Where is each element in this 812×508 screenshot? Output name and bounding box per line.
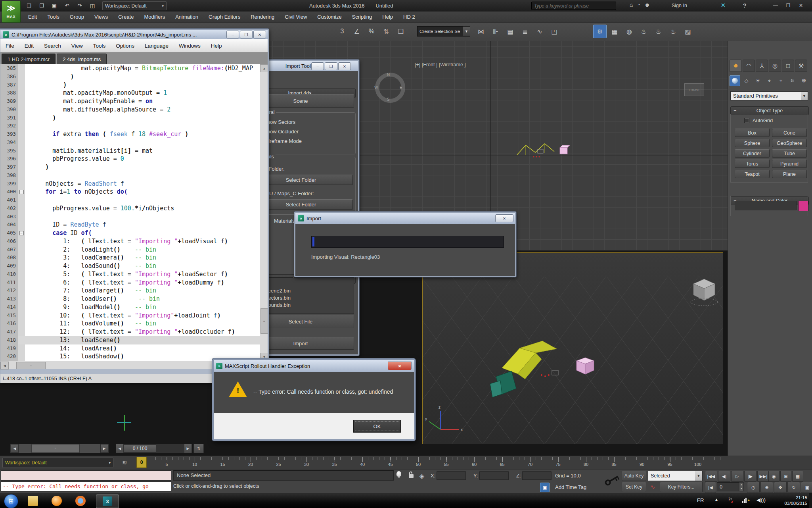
volume-icon[interactable]: ◀))) [756, 497, 766, 503]
viewport-label[interactable]: [+] [Front ] [Wireframe ] [415, 62, 466, 67]
editor-menu-search[interactable]: Search [39, 43, 66, 49]
project-folder-icon[interactable]: ◫ [87, 2, 98, 10]
time-slider-prev-icon[interactable]: ◀ [116, 444, 124, 453]
render-setup-icon[interactable]: ⚙ [593, 25, 607, 38]
language-indicator[interactable]: FR [697, 497, 704, 503]
minimize-icon[interactable]: ‒ [311, 62, 324, 70]
import-dialog-titlebar[interactable]: » Import ✕ [295, 213, 515, 224]
close-icon[interactable]: ✕ [338, 62, 351, 70]
show-desktop-button[interactable] [809, 493, 812, 508]
z-coordinate-field[interactable] [522, 471, 552, 480]
auto-key-button[interactable]: Auto Key [622, 471, 646, 481]
redo-icon[interactable]: ↷ [75, 2, 85, 10]
helpers-icon[interactable]: + [776, 75, 786, 86]
scene-explorer-icon[interactable]: ≣ [518, 25, 532, 38]
autogrid-checkbox[interactable] [744, 118, 749, 123]
close-icon[interactable]: ✕ [495, 214, 513, 222]
file-item-scene2-bin[interactable]: scene2.bin [266, 287, 354, 294]
open-mini-curve-editor-icon[interactable]: ⇅ [193, 444, 204, 453]
create-selection-set-dropdown[interactable]: Create Selection Se ▼ [417, 26, 470, 37]
close-icon[interactable]: ✕ [795, 2, 807, 9]
editor-titlebar[interactable]: » C:\Program Files\Autodesk\3ds Max 2016… [0, 30, 268, 39]
media-player-icon[interactable] [52, 496, 62, 506]
autodesk-x-icon[interactable]: ✕ [721, 2, 726, 8]
menu-item-tools[interactable]: Tools [42, 12, 64, 23]
viewport-scrollbar[interactable]: ◀ ≡ ▶ [10, 444, 109, 453]
editor-tab-1-hd-2-import-mcr[interactable]: 1 HD 2-import.mcr [2, 54, 56, 64]
menu-item-create[interactable]: Create [113, 12, 139, 23]
object-type-rollout-header[interactable]: −Object Type [730, 106, 809, 115]
object-color-swatch[interactable] [798, 201, 808, 211]
editor-menu-view[interactable]: View [66, 43, 88, 49]
cone-button[interactable]: Cone [772, 129, 807, 137]
snaps-toggle-3d-icon[interactable]: 3 [335, 25, 349, 38]
key-filters-button[interactable]: Key Filters... [660, 482, 703, 492]
editor-vscrollbar[interactable]: ▲ ≡ ▼ [260, 64, 268, 361]
scroll-left-icon[interactable]: ◀ [0, 362, 9, 369]
user-icon[interactable]: ☻ [644, 2, 650, 8]
menu-item-edit[interactable]: Edit [23, 12, 42, 23]
selection-lock-bulb-icon[interactable] [396, 471, 401, 478]
fold-collapse-icon[interactable]: − [19, 190, 24, 194]
scroll-right-icon[interactable]: ▶ [100, 444, 108, 453]
tube-button[interactable]: Tube [772, 149, 807, 158]
compass-gizmo[interactable]: N E S W [375, 73, 405, 103]
maximize-icon[interactable]: ❐ [782, 2, 795, 9]
geosphere-button[interactable]: GeoSphere [772, 139, 807, 147]
lights-icon[interactable]: ☀ [753, 75, 763, 86]
tab-motion[interactable]: ◎ [769, 60, 781, 72]
workspace-dropdown[interactable]: Workspace: Default▾ [102, 1, 167, 10]
tab-hierarchy[interactable]: ⅄ [756, 60, 768, 72]
add-time-tag[interactable]: Add Time Tag [555, 484, 586, 490]
child-keys-icon[interactable]: ▦ [792, 471, 803, 482]
close-icon[interactable]: ✕ [253, 31, 266, 38]
menu-item-civil-view[interactable]: Civil View [280, 12, 312, 23]
torus-button[interactable]: Torus [735, 160, 770, 168]
scroll-up-icon[interactable]: ▲ [260, 64, 268, 72]
sign-in-link[interactable]: Sign In [672, 3, 687, 8]
editor-menu-edit[interactable]: Edit [19, 43, 39, 49]
render-last-icon[interactable]: ▨ [681, 25, 695, 38]
primitive-category-dropdown[interactable]: Standard Primitives ▼ [730, 91, 808, 100]
orbit-icon[interactable]: ↻ [787, 482, 800, 493]
play-icon[interactable]: ▷ [731, 471, 743, 482]
pyramid-button[interactable]: Pyramid [772, 160, 807, 168]
maxscript-mini-listener[interactable]: -- Type error: Call needs function or cl… [1, 481, 171, 492]
editor-menu-language[interactable]: Language [140, 43, 174, 49]
menu-item-help[interactable]: Help [377, 12, 398, 23]
viewcube-3d[interactable] [691, 279, 718, 306]
space-warps-icon[interactable]: ≋ [787, 75, 798, 86]
selection-set-filter-dropdown[interactable]: Selected▼ [648, 471, 703, 481]
previous-key-icon[interactable]: |◀ [705, 482, 716, 493]
sphere-button[interactable]: Sphere [735, 139, 770, 147]
editor-menu-help[interactable]: Help [206, 43, 227, 49]
lock-icon[interactable] [408, 472, 415, 480]
environment-dialog-icon[interactable]: ◍ [622, 25, 636, 38]
workspace-selector[interactable]: Workspace: Default▾ [2, 458, 113, 468]
fold-gutter[interactable]: − [18, 229, 25, 237]
menu-item-rendering[interactable]: Rendering [245, 12, 280, 23]
3dsmax-application-button[interactable]: ≫ MAX [2, 1, 21, 23]
time-slider-track[interactable]: 0 / 100 [123, 444, 185, 453]
menu-item-animation[interactable]: Animation [170, 12, 203, 23]
render-production-icon[interactable]: ♨ [637, 25, 651, 38]
save-file-icon[interactable]: ▣ [49, 2, 59, 10]
action-center-flag-icon[interactable]: ⚐✗ [728, 496, 735, 502]
menu-item-group[interactable]: Group [65, 12, 89, 23]
start-button[interactable]: ⊞ [4, 494, 18, 508]
cameras-icon[interactable]: ⌖ [764, 75, 775, 86]
menu-item-hd-2[interactable]: HD 2 [398, 12, 420, 23]
menu-item-views[interactable]: Views [89, 12, 113, 23]
fold-collapse-icon[interactable]: − [19, 231, 24, 235]
layer-explorer-icon[interactable]: ▤ [504, 25, 517, 38]
teapot-button[interactable]: Teapot [735, 170, 770, 178]
editor-menu-file[interactable]: File [0, 43, 19, 49]
angle-snap-icon[interactable]: ∠ [350, 25, 364, 38]
editor-menu-options[interactable]: Options [111, 43, 140, 49]
cylinder-button[interactable]: Cylinder [735, 149, 770, 158]
notification-icon[interactable]: ◔ [637, 2, 640, 8]
absolute-offset-icon[interactable]: ◈ [418, 472, 426, 480]
systems-icon[interactable]: ☸ [799, 75, 809, 86]
render-iterative-icon[interactable]: ♨ [652, 25, 665, 38]
editor-tab-2-4ds-import-ms[interactable]: 2 4ds_import.ms [57, 54, 107, 64]
